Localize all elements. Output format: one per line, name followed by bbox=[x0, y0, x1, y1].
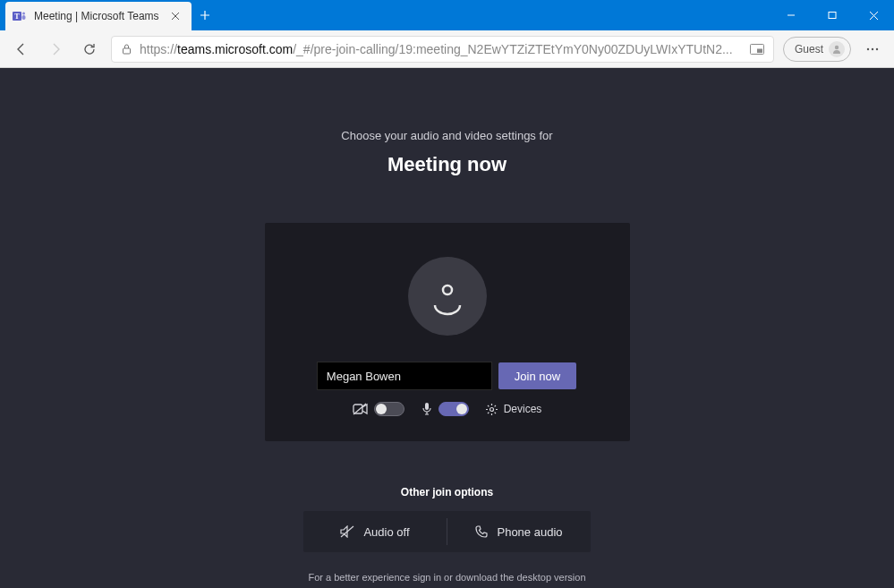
refresh-button[interactable] bbox=[77, 37, 102, 62]
footer-text: For a better experience sign in or downl… bbox=[308, 572, 585, 583]
svg-point-11 bbox=[876, 47, 878, 49]
svg-rect-13 bbox=[353, 405, 362, 413]
url-field[interactable]: https://teams.microsoft.com/_#/pre-join-… bbox=[111, 36, 774, 63]
phone-icon bbox=[475, 525, 488, 538]
speaker-off-icon bbox=[340, 525, 354, 538]
other-options-header: Other join options bbox=[401, 486, 493, 499]
url-text: https://teams.microsoft.com/_#/pre-join-… bbox=[140, 42, 743, 56]
titlebar-spacer[interactable] bbox=[218, 0, 771, 30]
profile-button[interactable]: Guest bbox=[783, 37, 851, 62]
gear-icon bbox=[485, 403, 498, 416]
back-button[interactable] bbox=[9, 37, 34, 62]
forward-button bbox=[43, 37, 68, 62]
audio-off-option[interactable]: Audio off bbox=[303, 511, 447, 552]
video-off-icon bbox=[353, 403, 369, 415]
sign-in-link[interactable]: sign in bbox=[413, 572, 441, 583]
close-window-button[interactable] bbox=[853, 0, 894, 30]
phone-audio-option[interactable]: Phone audio bbox=[447, 511, 591, 552]
name-join-row: Join now bbox=[318, 362, 576, 389]
microphone-icon bbox=[421, 402, 433, 416]
svg-point-10 bbox=[872, 47, 873, 49]
meeting-title: Meeting now bbox=[387, 153, 507, 176]
lock-icon bbox=[121, 43, 132, 55]
browser-tab[interactable]: T Meeting | Microsoft Teams bbox=[5, 2, 192, 30]
svg-point-12 bbox=[443, 285, 452, 294]
svg-point-2 bbox=[22, 13, 25, 15]
video-preview-card: Join now Devices bbox=[265, 223, 630, 441]
devices-label: Devices bbox=[504, 403, 542, 415]
window-titlebar: T Meeting | Microsoft Teams bbox=[0, 0, 894, 30]
teams-prejoin-page: Choose your audio and video settings for… bbox=[0, 68, 894, 588]
svg-point-9 bbox=[867, 47, 869, 49]
svg-point-8 bbox=[835, 45, 839, 48]
teams-favicon: T bbox=[13, 9, 27, 23]
other-options-row: Audio off Phone audio bbox=[303, 511, 591, 552]
name-input[interactable] bbox=[318, 362, 491, 389]
mic-toggle[interactable] bbox=[421, 402, 469, 416]
tab-close-button[interactable] bbox=[168, 9, 183, 23]
svg-rect-7 bbox=[757, 48, 762, 53]
window-controls bbox=[771, 0, 894, 30]
more-button[interactable] bbox=[860, 37, 885, 62]
guest-label: Guest bbox=[795, 43, 823, 55]
heading-small: Choose your audio and video settings for bbox=[341, 129, 552, 142]
svg-rect-3 bbox=[22, 15, 26, 20]
avatar-placeholder bbox=[408, 257, 487, 336]
minimize-button[interactable] bbox=[771, 0, 812, 30]
audio-off-label: Audio off bbox=[363, 525, 409, 539]
svg-point-15 bbox=[490, 407, 493, 411]
phone-audio-label: Phone audio bbox=[497, 525, 562, 539]
address-bar: https://teams.microsoft.com/_#/pre-join-… bbox=[0, 30, 894, 68]
svg-rect-4 bbox=[829, 13, 836, 19]
pip-icon[interactable] bbox=[750, 44, 764, 55]
avatar-icon bbox=[829, 41, 845, 57]
maximize-button[interactable] bbox=[812, 0, 853, 30]
svg-rect-14 bbox=[425, 403, 429, 410]
new-tab-button[interactable] bbox=[192, 0, 218, 30]
tab-title: Meeting | Microsoft Teams bbox=[34, 10, 159, 22]
camera-switch[interactable] bbox=[374, 402, 404, 416]
camera-toggle[interactable] bbox=[353, 402, 404, 416]
svg-text:T: T bbox=[14, 13, 20, 21]
download-link[interactable]: download the desktop version bbox=[456, 572, 586, 583]
devices-button[interactable]: Devices bbox=[485, 403, 542, 416]
person-icon bbox=[428, 277, 467, 316]
svg-rect-5 bbox=[123, 48, 131, 54]
mic-switch[interactable] bbox=[438, 402, 469, 416]
av-controls-row: Devices bbox=[353, 402, 542, 416]
join-now-button[interactable]: Join now bbox=[498, 362, 576, 389]
